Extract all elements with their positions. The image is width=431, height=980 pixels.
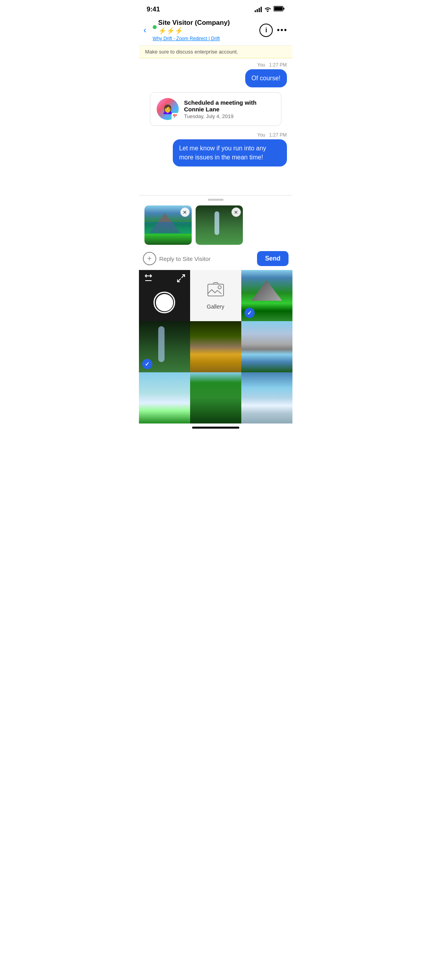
home-bar [192,427,239,429]
status-time: 9:41 [147,6,160,13]
home-indicator [139,423,292,431]
nav-actions: i ••• [259,24,287,37]
notification-bar: Make sure to discuss enterprise account. [139,46,292,58]
remove-image-button[interactable]: ✕ [180,207,190,217]
message-meta: You 1:27 PM [257,132,287,138]
gallery-label: Gallery [207,303,224,310]
more-button[interactable]: ••• [277,26,287,35]
camera-controls [139,274,190,285]
notification-text: Make sure to discuss enterprise account. [145,49,238,55]
expand-icon[interactable] [177,274,185,285]
image-previews: ✕ ✕ [139,202,292,249]
photo-selected-check: ✓ [244,308,255,318]
nav-subtitle[interactable]: Why Drift - Zoom Redirect | Drift [153,36,257,41]
svg-rect-1 [274,7,282,11]
camera-cell[interactable] [139,270,190,321]
shutter-inner [156,294,173,311]
wifi-icon [264,6,271,13]
svg-point-4 [218,286,221,289]
message-row: You 1:27 PM Let me know if you run into … [144,132,287,166]
top-nav: ‹ Site Visitor (Company) ⚡⚡⚡ Why Drift -… [139,17,292,46]
gallery-panel: Gallery ✓ ✓ [139,270,292,423]
signal-icon [255,7,262,12]
meeting-info: Scheduled a meeting with Connie Lane Tue… [184,99,275,119]
add-attachment-button[interactable]: + [143,252,156,265]
compose-input-row: + Send [139,249,292,270]
gallery-photo[interactable] [190,321,241,372]
status-bar: 9:41 [139,0,292,17]
flip-camera-icon[interactable] [144,274,153,285]
reply-input[interactable] [159,253,254,264]
message-bubble: Let me know if you run into any more iss… [173,139,287,166]
photo-selected-check: ✓ [142,359,152,369]
message-bubble: Of course! [245,69,287,87]
calendar-badge-icon: 📅 [172,113,179,120]
message-row: You 1:27 PM Of course! [144,62,287,87]
online-indicator [153,25,157,29]
gallery-photo[interactable] [241,372,292,423]
meeting-title: Scheduled a meeting with Connie Lane [184,99,275,113]
gallery-icon [207,282,224,300]
back-button[interactable]: ‹ [144,24,150,37]
nav-title-text: Site Visitor (Company) ⚡⚡⚡ [158,19,257,35]
drag-handle [139,196,292,202]
image-preview: ✕ [144,205,192,245]
camera-shutter-button[interactable] [154,292,175,313]
avatar: 🙍‍♀️ 📅 [157,98,179,120]
gallery-button-cell[interactable]: Gallery [190,270,241,321]
image-preview: ✕ [196,205,243,245]
battery-icon [274,6,285,13]
messages-list: You 1:27 PM Of course! 🙍‍♀️ 📅 Scheduled … [139,58,292,175]
gallery-photo[interactable]: ✓ [241,270,292,321]
gallery-photo[interactable] [241,321,292,372]
meeting-date: Tuesday, July 4, 2019 [184,113,275,119]
message-meta: You 1:27 PM [257,62,287,68]
gallery-photo[interactable] [139,372,190,423]
info-button[interactable]: i [259,24,273,37]
drag-pill [208,199,224,201]
svg-rect-2 [283,8,284,10]
svg-rect-3 [208,284,224,296]
gallery-photo[interactable]: ✓ [139,321,190,372]
send-button[interactable]: Send [257,251,288,266]
status-icons [255,6,285,13]
meeting-card: 🙍‍♀️ 📅 Scheduled a meeting with Connie L… [150,92,281,126]
compose-area: ✕ ✕ + Send [139,195,292,270]
nav-title: Site Visitor (Company) ⚡⚡⚡ [153,19,257,35]
nav-center: Site Visitor (Company) ⚡⚡⚡ Why Drift - Z… [153,19,257,41]
gallery-photo[interactable] [190,372,241,423]
chat-area: Make sure to discuss enterprise account.… [139,46,292,195]
remove-image-button[interactable]: ✕ [231,207,241,217]
